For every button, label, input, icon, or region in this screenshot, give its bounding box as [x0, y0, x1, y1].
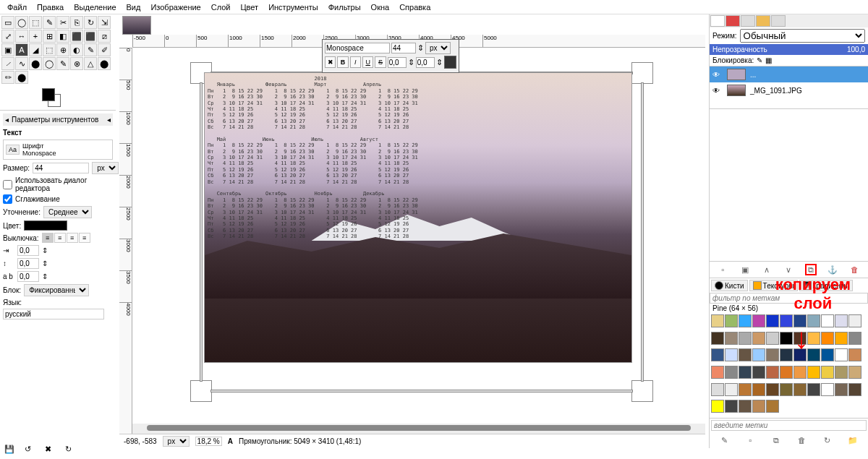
- tt-italic[interactable]: I: [350, 56, 361, 68]
- justify-right[interactable]: ≡: [54, 233, 66, 243]
- eye-icon[interactable]: 👁: [712, 87, 723, 95]
- handle-br[interactable]: [631, 380, 653, 402]
- pattern-59[interactable]: [766, 400, 779, 413]
- tool-6[interactable]: ↻: [84, 16, 97, 29]
- layer-item-text[interactable]: 👁 ...: [710, 67, 868, 82]
- tool-9[interactable]: ↔: [15, 30, 28, 43]
- antialias-check[interactable]: [3, 194, 12, 204]
- lower-layer-icon[interactable]: ∨: [783, 264, 794, 275]
- pattern-33[interactable]: [711, 366, 724, 379]
- duplicate-layer-icon[interactable]: ⧉: [805, 264, 817, 275]
- dock-tab-5[interactable]: [771, 15, 786, 27]
- pattern-10[interactable]: [848, 314, 861, 327]
- pattern-38[interactable]: [780, 366, 793, 379]
- linespace-input[interactable]: [17, 258, 39, 269]
- tool-5[interactable]: ⎘: [70, 16, 83, 29]
- menu-tools[interactable]: Инструменты: [264, 1, 323, 13]
- pattern-18[interactable]: [807, 332, 820, 345]
- tool-2[interactable]: ⬚: [29, 16, 42, 29]
- pattern-16[interactable]: [780, 332, 793, 345]
- handle-right-bar[interactable]: [641, 82, 644, 382]
- opacity-slider[interactable]: Непрозрачность 100,0: [710, 44, 868, 55]
- pattern-9[interactable]: [835, 314, 848, 327]
- menu-file[interactable]: Файл: [3, 1, 31, 13]
- menu-windows[interactable]: Окна: [367, 1, 394, 13]
- menu-edit[interactable]: Правка: [33, 1, 68, 13]
- pattern-19[interactable]: [821, 332, 834, 345]
- pattern-14[interactable]: [752, 332, 765, 345]
- pattern-42[interactable]: [835, 366, 848, 379]
- dock-tab-layers[interactable]: [710, 15, 725, 27]
- pattern-45[interactable]: [725, 383, 738, 396]
- lang-input[interactable]: [3, 309, 104, 319]
- tool-24[interactable]: ⟋: [1, 57, 14, 70]
- reset-options-icon[interactable]: ↻: [65, 445, 75, 455]
- pattern-55[interactable]: [711, 400, 724, 413]
- menu-image[interactable]: Изображение: [146, 1, 205, 13]
- pattern-54[interactable]: [848, 383, 861, 396]
- menu-layer[interactable]: Слой: [207, 1, 235, 13]
- tags-input[interactable]: [711, 420, 867, 431]
- pattern-52[interactable]: [821, 383, 834, 396]
- tool-23[interactable]: ✐: [98, 43, 111, 56]
- handle-bl[interactable]: [190, 380, 212, 402]
- pattern-12[interactable]: [725, 332, 738, 345]
- pattern-36[interactable]: [752, 366, 765, 379]
- pat-edit-icon[interactable]: ✎: [719, 434, 731, 446]
- tool-7[interactable]: ⇲: [98, 16, 111, 29]
- image-canvas[interactable]: 2018 Январь Февраль Март Апрель Пн 1 8 1…: [205, 73, 631, 362]
- pattern-56[interactable]: [725, 400, 738, 413]
- document-tab[interactable]: [122, 16, 151, 35]
- pattern-48[interactable]: [766, 383, 779, 396]
- tool-17[interactable]: A: [15, 43, 28, 56]
- pattern-4[interactable]: [766, 314, 779, 327]
- tt-color[interactable]: [444, 56, 456, 69]
- pattern-2[interactable]: [739, 314, 752, 327]
- pattern-53[interactable]: [835, 383, 848, 396]
- pattern-21[interactable]: [848, 332, 861, 345]
- tool-21[interactable]: ◐: [70, 43, 83, 56]
- tool-31[interactable]: ⬤: [98, 57, 111, 70]
- h-scrollbar[interactable]: [132, 424, 705, 434]
- pattern-44[interactable]: [711, 383, 724, 396]
- tt-strike[interactable]: S: [375, 56, 386, 68]
- tool-1[interactable]: ◯: [15, 16, 28, 29]
- pattern-11[interactable]: [711, 332, 724, 345]
- pattern-22[interactable]: [711, 348, 724, 361]
- delete-options-icon[interactable]: ✖: [45, 445, 55, 455]
- tool-8[interactable]: ⤢: [1, 30, 14, 43]
- restore-options-icon[interactable]: ↺: [25, 445, 35, 455]
- tool-4[interactable]: ✂: [56, 16, 69, 29]
- tool-18[interactable]: ◢: [29, 43, 42, 56]
- eye-icon[interactable]: 👁: [712, 71, 723, 79]
- justify-left[interactable]: ≡: [42, 233, 54, 243]
- pattern-25[interactable]: [752, 348, 765, 361]
- pattern-15[interactable]: [766, 332, 779, 345]
- fg-color[interactable]: [42, 88, 55, 101]
- pattern-13[interactable]: [739, 332, 752, 345]
- tool-30[interactable]: △: [84, 57, 97, 70]
- floating-text-toolbar[interactable]: ⇕ px ✖ B I U S ⇕ ⇕: [322, 39, 459, 73]
- hinting-select[interactable]: Среднее: [43, 206, 92, 218]
- pattern-20[interactable]: [835, 332, 848, 345]
- pattern-43[interactable]: [848, 366, 861, 379]
- font-value[interactable]: Monospace: [22, 150, 56, 157]
- tt-size[interactable]: [391, 43, 416, 53]
- calendar-text-layer[interactable]: 2018 Январь Февраль Март Апрель Пн 1 8 1…: [208, 76, 427, 246]
- text-color-swatch[interactable]: [24, 220, 67, 231]
- tt-underline[interactable]: U: [362, 56, 373, 68]
- justify-center[interactable]: ≡: [67, 233, 78, 243]
- pattern-5[interactable]: [780, 314, 793, 327]
- tt-bold[interactable]: B: [337, 56, 348, 68]
- tool-29[interactable]: ⊗: [70, 57, 83, 70]
- tool-27[interactable]: ◯: [43, 57, 56, 70]
- tool-28[interactable]: ✎: [56, 57, 69, 70]
- dock-tab-channels[interactable]: [726, 15, 740, 27]
- pattern-26[interactable]: [766, 348, 779, 361]
- box-select[interactable]: Фиксированный: [24, 284, 89, 296]
- size-input[interactable]: [33, 163, 89, 173]
- justify-fill[interactable]: ≡: [79, 233, 90, 243]
- pattern-37[interactable]: [766, 366, 779, 379]
- pattern-34[interactable]: [725, 366, 738, 379]
- tool-13[interactable]: ⬛: [70, 30, 83, 43]
